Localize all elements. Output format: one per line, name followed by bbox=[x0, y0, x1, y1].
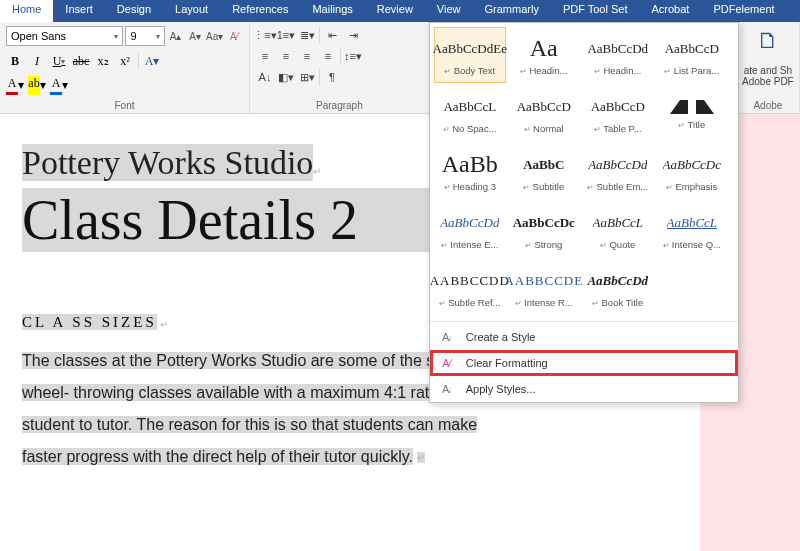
style-strong[interactable]: AaBbCcDcStrong bbox=[508, 201, 580, 257]
adobe-group: 🗋 ate and ShAdobe PDF Adobe bbox=[737, 22, 800, 113]
eraser-icon: A⁄ bbox=[438, 355, 456, 371]
tab-mailings[interactable]: Mailings bbox=[300, 0, 364, 22]
style-preview: AaBbCcDd bbox=[440, 209, 499, 237]
bold-button[interactable]: B bbox=[6, 52, 24, 70]
grow-font-button[interactable]: A▴ bbox=[167, 27, 185, 45]
tab-home[interactable]: Home bbox=[0, 0, 53, 22]
style-emphasis[interactable]: AaBbCcDcEmphasis bbox=[656, 143, 728, 199]
tab-references[interactable]: References bbox=[220, 0, 300, 22]
style-headin-[interactable]: AaHeadin... bbox=[508, 27, 580, 83]
tab-pdfelement[interactable]: PDFelement bbox=[701, 0, 786, 22]
style-book-title[interactable]: AaBbCcDdBook Title bbox=[582, 259, 654, 315]
style-label: Heading 3 bbox=[444, 181, 497, 192]
clear-formatting-icon[interactable]: A⁄ bbox=[225, 27, 243, 45]
style-table-p-[interactable]: AaBbCcDTable P... bbox=[582, 85, 654, 141]
style-preview: Aa bbox=[530, 35, 558, 63]
multilevel-button[interactable]: ≣▾ bbox=[298, 26, 316, 44]
increase-indent-button[interactable]: ⇥ bbox=[344, 26, 362, 44]
style-label: Intense R... bbox=[515, 297, 573, 308]
clear-formatting-menu[interactable]: A⁄Clear Formatting bbox=[430, 350, 738, 376]
style-preview: AaBbCcDd bbox=[587, 35, 648, 63]
strike-button[interactable]: abc bbox=[72, 52, 90, 70]
style-label: Subtle Ref... bbox=[439, 297, 501, 308]
style-label: List Para... bbox=[664, 65, 719, 76]
chevron-down-icon: ▾ bbox=[114, 32, 118, 41]
numbering-button[interactable]: 1≡▾ bbox=[277, 26, 295, 44]
style-label: Headin... bbox=[594, 65, 641, 76]
tab-review[interactable]: Review bbox=[365, 0, 425, 22]
line-spacing-button[interactable]: ↕≡▾ bbox=[344, 47, 362, 65]
decrease-indent-button[interactable]: ⇤ bbox=[323, 26, 341, 44]
doc-subheading[interactable]: CL A SS SIZES bbox=[22, 314, 157, 330]
style-preview: AaBbCcDc bbox=[513, 209, 575, 237]
font-group: Open Sans▾ 9▾ A▴ A▾ Aa▾ A⁄ B I U▾ abc x₂… bbox=[0, 22, 250, 113]
tab-acrobat[interactable]: Acrobat bbox=[640, 0, 702, 22]
tab-layout[interactable]: Layout bbox=[163, 0, 220, 22]
font-group-label: Font bbox=[6, 98, 243, 111]
style-intense-e-[interactable]: AaBbCcDdIntense E... bbox=[434, 201, 506, 257]
style-intense-r-[interactable]: AABBCCDEIntense R... bbox=[508, 259, 580, 315]
align-center-button[interactable]: ≡ bbox=[277, 47, 295, 65]
paragraph-mark-icon: ↵ bbox=[313, 166, 321, 177]
style-label: No Spac... bbox=[443, 123, 497, 134]
text-effects-button[interactable]: A▾ bbox=[143, 52, 161, 70]
paragraph-mark-icon: ↵ bbox=[160, 319, 168, 330]
justify-button[interactable]: ≡ bbox=[319, 47, 337, 65]
tab-grammarly[interactable]: Grammarly bbox=[473, 0, 551, 22]
style-preview: AaBbCcD bbox=[517, 93, 571, 121]
style-quote[interactable]: AaBbCcLQuote bbox=[582, 201, 654, 257]
font-name-combo[interactable]: Open Sans▾ bbox=[6, 26, 123, 46]
style-normal[interactable]: AaBbCcDNormal bbox=[508, 85, 580, 141]
tab-design[interactable]: Design bbox=[105, 0, 163, 22]
highlight-button[interactable]: ab▾ bbox=[28, 76, 46, 94]
tab-view[interactable]: View bbox=[425, 0, 473, 22]
style-preview: AaBbCcDdEe bbox=[433, 35, 507, 63]
style-body-text[interactable]: AaBbCcDdEeBody Text bbox=[434, 27, 506, 83]
subscript-button[interactable]: x₂ bbox=[94, 52, 112, 70]
align-left-button[interactable]: ≡ bbox=[256, 47, 274, 65]
adobe-label-1: ate and Sh bbox=[744, 65, 792, 76]
font-color2-button[interactable]: A▾ bbox=[50, 76, 68, 94]
style-no-spac-[interactable]: AaBbCcLNo Spac... bbox=[434, 85, 506, 141]
style-preview: AaBbC bbox=[523, 151, 564, 179]
style-subtle-em-[interactable]: AaBbCcDdSubtle Em... bbox=[582, 143, 654, 199]
ribbon-toolbar: Open Sans▾ 9▾ A▴ A▾ Aa▾ A⁄ B I U▾ abc x₂… bbox=[0, 22, 800, 114]
show-marks-button[interactable]: ¶ bbox=[323, 68, 341, 86]
adobe-pdf-icon[interactable]: 🗋 bbox=[757, 28, 779, 54]
align-right-button[interactable]: ≡ bbox=[298, 47, 316, 65]
doc-heading[interactable]: Class Details 2 bbox=[22, 188, 432, 252]
change-case-button[interactable]: Aa▾ bbox=[206, 27, 224, 45]
create-style-icon: Aᵢ bbox=[438, 329, 456, 345]
apply-styles-menu[interactable]: AᵢApply Styles... bbox=[430, 376, 738, 402]
style-subtitle[interactable]: AaBbCSubtitle bbox=[508, 143, 580, 199]
superscript-button[interactable]: x² bbox=[116, 52, 134, 70]
style-preview: AaBbCcDd bbox=[588, 151, 647, 179]
style-heading-3[interactable]: AaBbHeading 3 bbox=[434, 143, 506, 199]
tab-pdf-tool-set[interactable]: PDF Tool Set bbox=[551, 0, 640, 22]
adobe-group-label: Adobe bbox=[753, 98, 782, 111]
paragraph-mark-icon: ↵ bbox=[417, 452, 425, 463]
style-subtle-ref-[interactable]: AABBCCDDSubtle Ref... bbox=[434, 259, 506, 315]
create-style-menu[interactable]: AᵢCreate a Style bbox=[430, 324, 738, 350]
sort-button[interactable]: A↓ bbox=[256, 68, 274, 86]
style-preview: AaBbCcDc bbox=[663, 151, 721, 179]
borders-button[interactable]: ⊞▾ bbox=[298, 68, 316, 86]
paragraph-group: ⋮≡▾ 1≡▾ ≣▾ ⇤ ⇥ ≡ ≡ ≡ ≡ ↕≡▾ A↓ ◧▾ ⊞▾ ¶ bbox=[250, 22, 430, 113]
italic-button[interactable]: I bbox=[28, 52, 46, 70]
style-title[interactable]: Title bbox=[656, 85, 728, 141]
font-color-button[interactable]: A▾ bbox=[6, 76, 24, 94]
underline-button[interactable]: U▾ bbox=[50, 52, 68, 70]
styles-group: AaBbCcDdEeBody TextAaHeadin...AaBbCcDdHe… bbox=[430, 22, 737, 113]
doc-title[interactable]: Pottery Works Studio bbox=[22, 144, 313, 181]
style-intense-q-[interactable]: AaBbCcLIntense Q... bbox=[656, 201, 728, 257]
tab-insert[interactable]: Insert bbox=[53, 0, 105, 22]
bullets-button[interactable]: ⋮≡▾ bbox=[256, 26, 274, 44]
font-size-combo[interactable]: 9▾ bbox=[125, 26, 164, 46]
shading-button[interactable]: ◧▾ bbox=[277, 68, 295, 86]
style-label: Book Title bbox=[592, 297, 643, 308]
style-list-para-[interactable]: AaBbCcDList Para... bbox=[656, 27, 728, 83]
styles-gallery-dropdown: AaBbCcDdEeBody TextAaHeadin...AaBbCcDdHe… bbox=[429, 22, 739, 403]
shrink-font-button[interactable]: A▾ bbox=[186, 27, 204, 45]
style-headin-[interactable]: AaBbCcDdHeadin... bbox=[582, 27, 654, 83]
style-preview: AaBbCcL bbox=[443, 93, 496, 121]
